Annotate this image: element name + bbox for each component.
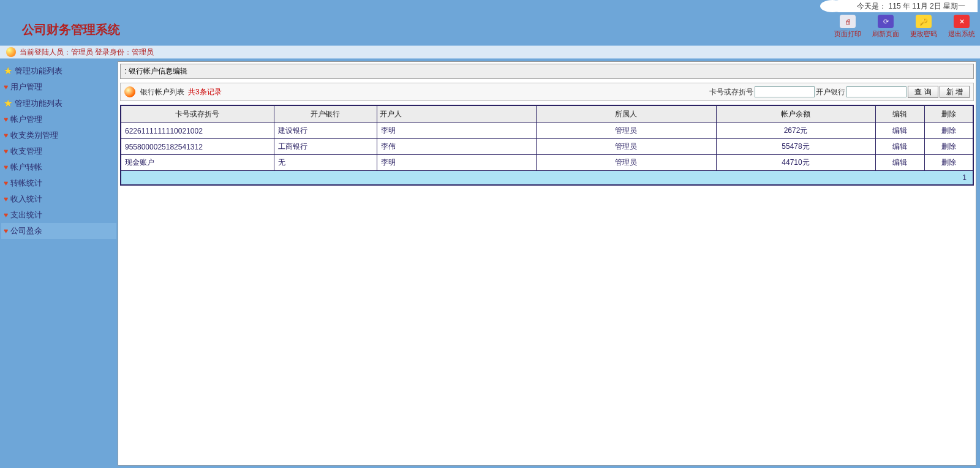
add-button[interactable]: 新 增: [940, 86, 970, 98]
sidebar-item-category-mgmt[interactable]: ♥收支类别管理: [1, 127, 116, 143]
close-icon: ✕: [954, 15, 970, 28]
logout-button[interactable]: ✕ 退出系统: [948, 15, 975, 39]
sidebar-item-admin-functions-2[interactable]: ★管理功能列表: [1, 95, 116, 111]
lock-icon: 🔑: [916, 15, 932, 28]
record-count: 共3条记录: [188, 87, 222, 97]
star-icon: ★: [4, 65, 12, 77]
toolbar: 🖨 页面打印 ⟳ 刷新页面 🔑 更改密码 ✕ 退出系统: [834, 15, 975, 39]
sidebar-item-income-expense-mgmt[interactable]: ♥收支管理: [1, 143, 116, 159]
heart-icon: ♥: [4, 227, 8, 235]
bank-label: 开户银行: [816, 87, 845, 97]
sidebar-item-expense-stats[interactable]: ♥支出统计: [1, 207, 116, 223]
change-password-button[interactable]: 🔑 更改密码: [910, 15, 937, 39]
login-status-bar: 当前登陆人员：管理员 登录身份：管理员: [0, 45, 980, 59]
accounts-table: 卡号或存折号 开户银行 开户人 所属人 帐户余额 编辑 删除 622611111…: [120, 105, 974, 186]
delete-link[interactable]: 删除: [941, 142, 956, 151]
sidebar-item-transfer[interactable]: ♥帐户转帐: [1, 159, 116, 175]
heart-icon: ♥: [4, 211, 8, 219]
cell-card: 现金账户: [121, 155, 274, 171]
cell-card: 6226111111110021002: [121, 123, 274, 139]
heart-icon: ♥: [4, 115, 8, 124]
panel-title: 银行帐户信息编辑: [120, 64, 974, 79]
col-opener: 开户人: [377, 105, 536, 123]
heart-icon: ♥: [4, 195, 8, 203]
search-area: 卡号或存折号 开户银行 查 询 新 增: [709, 86, 970, 98]
main-content: 银行帐户信息编辑 银行帐户列表 共3条记录 卡号或存折号 开户银行 查 询 新 …: [118, 61, 976, 466]
col-owner: 所属人: [536, 105, 716, 123]
sidebar-item-user-mgmt[interactable]: ♥用户管理: [1, 79, 116, 95]
cell-opener: 李明: [377, 155, 536, 171]
table-row: 9558000025182541312工商银行李伟管理员55478元编辑删除: [121, 139, 973, 155]
cell-balance: 44710元: [716, 155, 875, 171]
col-bank: 开户银行: [274, 105, 377, 123]
sidebar-item-account-mgmt[interactable]: ♥帐户管理: [1, 111, 116, 127]
heart-icon: ♥: [4, 147, 8, 156]
col-card: 卡号或存折号: [121, 105, 274, 123]
cell-card: 9558000025182541312: [121, 139, 274, 155]
cell-bank: 建设银行: [274, 123, 377, 139]
date-display: 今天是： 115 年 11月 2日 星期一: [832, 0, 978, 12]
heart-icon: ♥: [4, 131, 8, 140]
sidebar-item-income-stats[interactable]: ♥收入统计: [1, 191, 116, 207]
edit-link[interactable]: 编辑: [892, 142, 907, 151]
cell-opener: 李伟: [377, 139, 536, 155]
cell-owner: 管理员: [536, 139, 716, 155]
sidebar-item-company-surplus[interactable]: ♥公司盈余: [1, 223, 116, 239]
delete-link[interactable]: 删除: [941, 158, 956, 167]
list-title: 银行帐户列表: [140, 87, 184, 97]
app-header: 公司财务管理系统 🖨 页面打印 ⟳ 刷新页面 🔑 更改密码 ✕ 退出系统: [0, 13, 980, 45]
card-label: 卡号或存折号: [709, 87, 753, 97]
delete-link[interactable]: 删除: [941, 126, 956, 135]
cell-balance: 2672元: [716, 123, 875, 139]
col-edit: 编辑: [875, 105, 924, 123]
print-icon: 🖨: [840, 15, 856, 28]
sidebar-item-admin-functions-1[interactable]: ★管理功能列表: [1, 62, 116, 79]
cell-bank: 工商银行: [274, 139, 377, 155]
table-row: 6226111111110021002建设银行李明管理员2672元编辑删除: [121, 123, 973, 139]
heart-icon: ♥: [4, 163, 8, 172]
card-input[interactable]: [755, 86, 815, 97]
bullet-icon: [124, 86, 135, 97]
refresh-icon: ⟳: [878, 15, 894, 28]
page-1-link[interactable]: 1: [962, 173, 967, 182]
list-toolbar: 银行帐户列表 共3条记录 卡号或存折号 开户银行 查 询 新 增: [120, 83, 974, 101]
edit-link[interactable]: 编辑: [892, 126, 907, 135]
table-row: 现金账户无李明管理员44710元编辑删除: [121, 155, 973, 171]
heart-icon: ♥: [4, 179, 8, 187]
print-button[interactable]: 🖨 页面打印: [834, 15, 861, 39]
top-date-bar: 今天是： 115 年 11月 2日 星期一: [0, 0, 980, 13]
heart-icon: ♥: [4, 83, 8, 91]
table-header-row: 卡号或存折号 开户银行 开户人 所属人 帐户余额 编辑 删除: [121, 105, 973, 123]
col-delete: 删除: [924, 105, 973, 123]
user-icon: [6, 47, 16, 57]
pager-row: 1: [121, 171, 973, 186]
app-title: 公司财务管理系统: [22, 21, 120, 38]
cell-opener: 李明: [377, 123, 536, 139]
sidebar-item-transfer-stats[interactable]: ♥转帐统计: [1, 175, 116, 191]
cell-bank: 无: [274, 155, 377, 171]
bank-input[interactable]: [846, 86, 907, 97]
query-button[interactable]: 查 询: [908, 86, 938, 98]
edit-link[interactable]: 编辑: [892, 158, 907, 167]
star-icon: ★: [4, 97, 12, 109]
cell-owner: 管理员: [536, 155, 716, 171]
refresh-button[interactable]: ⟳ 刷新页面: [872, 15, 899, 39]
cell-owner: 管理员: [536, 123, 716, 139]
sidebar: ★管理功能列表 ♥用户管理 ★管理功能列表 ♥帐户管理 ♥收支类别管理 ♥收支管…: [0, 59, 118, 468]
cell-balance: 55478元: [716, 139, 875, 155]
col-balance: 帐户余额: [716, 105, 875, 123]
